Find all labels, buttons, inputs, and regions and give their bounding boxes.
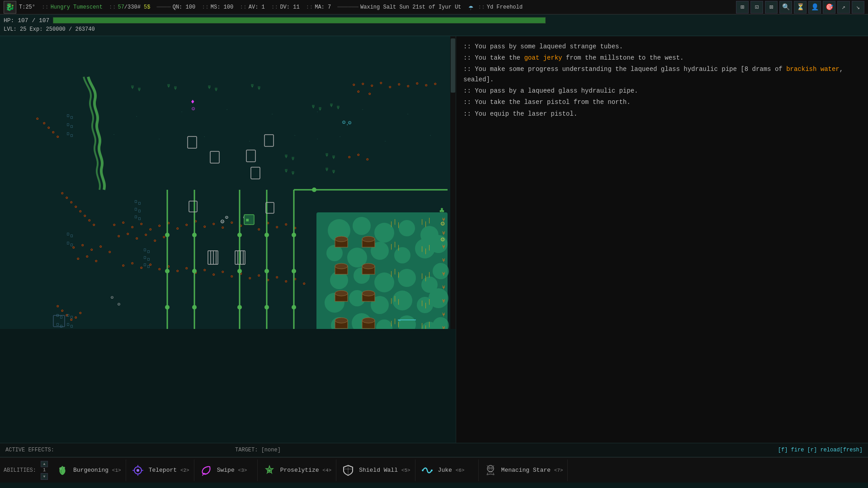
game-map: ✿✿✿ ✿✿✿ ✿✿✿ ✿✿✿ ✿✿✿ ✿✿✿ ✿✿✿ ✿✿✿ ✿✿✿ ✿✿✿ … xyxy=(0,36,456,329)
teleport-icon xyxy=(131,463,145,478)
svg-text:✿: ✿ xyxy=(176,226,179,230)
log-line-4: :: You pass by a la­que­ed glass hydraul… xyxy=(463,86,861,96)
ability-shield-wall[interactable]: Shield Wall <5> xyxy=(336,460,415,481)
svg-text:✿: ✿ xyxy=(81,243,84,247)
abilities-bar: ABILITIES: ▲ 1 ▼ Burgeoning <1> xyxy=(0,457,868,483)
svg-text:ψ: ψ xyxy=(285,168,288,173)
svg-text:✿: ✿ xyxy=(158,267,161,271)
svg-text:✿: ✿ xyxy=(86,254,89,258)
active-effects-bar: ACTIVE EFFECTS: TARGET: [none] [f] fire … xyxy=(0,443,868,457)
icon-btn-3[interactable]: ⊠ xyxy=(765,1,778,14)
svg-point-108 xyxy=(264,305,269,310)
abilities-nav: ▲ 1 ▼ xyxy=(40,460,49,480)
icon-btn-timer[interactable]: ⏳ xyxy=(794,1,807,14)
svg-text:ψ: ψ xyxy=(332,154,335,159)
sep4: :: xyxy=(240,4,247,10)
dv-stat: DV: 11 xyxy=(280,4,299,10)
svg-text:✿: ✿ xyxy=(77,256,80,261)
svg-text:ψ: ψ xyxy=(258,85,260,90)
svg-text:✿: ✿ xyxy=(136,236,138,240)
ability-teleport[interactable]: Teleport <2> xyxy=(126,460,194,481)
target-info: TARGET: [none] xyxy=(235,447,281,453)
ability-burgeoning[interactable]: Burgeoning <1> xyxy=(51,460,126,481)
svg-text:ψ: ψ xyxy=(131,84,134,89)
abilities-nav-up[interactable]: ▲ xyxy=(41,461,48,468)
icon-btn-1[interactable]: ⊞ xyxy=(736,1,749,14)
fire-hint: [f] fire xyxy=(778,447,804,453)
svg-text:✿: ✿ xyxy=(258,273,260,277)
svg-text:|: | xyxy=(420,219,424,225)
ability-menacing-stare[interactable]: Menacing Stare <7> xyxy=(479,460,568,481)
svg-text:|: | xyxy=(424,221,427,227)
svg-point-186 xyxy=(362,263,375,269)
svg-text:♣: ♣ xyxy=(439,206,444,215)
svg-point-173 xyxy=(429,288,448,308)
svg-text:|: | xyxy=(420,273,424,279)
svg-rect-329 xyxy=(451,38,455,93)
hp-bar-outer xyxy=(53,17,546,23)
temperature-stat: T:25° xyxy=(19,4,35,10)
svg-text:✿: ✿ xyxy=(212,272,215,277)
svg-text:□: □ xyxy=(71,324,73,328)
game-viewport[interactable]: ✿✿✿ ✿✿✿ ✿✿✿ ✿✿✿ ✿✿✿ ✿✿✿ ✿✿✿ ✿✿✿ ✿✿✿ ✿✿✿ … xyxy=(0,36,456,329)
svg-text:✿: ✿ xyxy=(140,265,143,270)
svg-text:✿: ✿ xyxy=(127,231,129,236)
svg-text:·: · xyxy=(226,108,228,112)
av-stat: AV: 1 xyxy=(249,4,265,10)
svg-text:□: □ xyxy=(138,216,141,221)
svg-text:·: · xyxy=(429,134,431,137)
abilities-nav-down[interactable]: ▼ xyxy=(41,473,48,480)
svg-text:□: □ xyxy=(135,215,137,219)
svg-text:|: | xyxy=(397,272,400,278)
svg-text:✿: ✿ xyxy=(222,225,224,230)
ability-swipe[interactable]: Swipe <3> xyxy=(194,460,258,481)
proselytize-icon: ♥ xyxy=(262,463,277,478)
svg-text:✿: ✿ xyxy=(79,209,82,213)
svg-text:✿: ✿ xyxy=(357,89,360,94)
svg-point-97 xyxy=(165,233,170,237)
svg-text:✿: ✿ xyxy=(108,249,111,254)
main-content: ✿✿✿ ✿✿✿ ✿✿✿ ✿✿✿ ✿✿✿ ✿✿✿ ✿✿✿ ✿✿✿ ✿✿✿ ✿✿✿ … xyxy=(0,36,868,443)
svg-text:✿: ✿ xyxy=(140,221,143,226)
svg-text:→: → xyxy=(398,318,401,323)
sep-hp: ──── xyxy=(156,4,170,10)
svg-point-177 xyxy=(335,236,348,242)
svg-point-147 xyxy=(353,217,371,235)
svg-point-103 xyxy=(237,233,242,237)
ability-juke[interactable]: Juke <6> xyxy=(415,460,479,481)
sep8: :: xyxy=(478,4,485,10)
icon-btn-arrow2[interactable]: ↘ xyxy=(852,1,864,14)
svg-text:✿: ✿ xyxy=(353,82,355,87)
icon-btn-character[interactable]: 👤 xyxy=(808,1,821,14)
toolbar-icons: ⊞ ⊡ ⊠ 🔍 ⏳ 👤 🎯 ↗ ↘ xyxy=(736,1,864,14)
svg-point-172 xyxy=(433,263,449,279)
svg-text:✿: ✿ xyxy=(154,238,156,243)
svg-text:|: | xyxy=(390,221,393,227)
svg-text:□: □ xyxy=(57,322,59,326)
ability-proselytize[interactable]: ♥ Proselytize <4> xyxy=(258,460,336,481)
svg-text:✿: ✿ xyxy=(149,262,152,267)
qn-stat: QN: 100 xyxy=(173,4,195,10)
svg-text:ψ: ψ xyxy=(332,169,335,174)
location-stat: Waxing Salt Sun 21st of Iyur Ut xyxy=(360,4,461,10)
shield-wall-label: Shield Wall <5> xyxy=(359,467,410,474)
svg-point-111 xyxy=(292,305,296,310)
svg-text:□: □ xyxy=(67,113,69,117)
svg-text:✿: ✿ xyxy=(122,220,125,225)
svg-text:|: | xyxy=(390,298,393,304)
svg-point-102 xyxy=(192,305,197,310)
svg-text:✿: ✿ xyxy=(95,258,98,263)
svg-text:✿: ✿ xyxy=(66,195,68,200)
sep1: :: xyxy=(42,4,49,10)
svg-point-189 xyxy=(335,291,348,296)
svg-text:¥: ¥ xyxy=(442,298,445,304)
icon-btn-target[interactable]: 🎯 xyxy=(823,1,835,14)
icon-btn-arrow1[interactable]: ↗ xyxy=(837,1,850,14)
log-panel: :: You pass by some la­que­ed strange tu… xyxy=(456,36,868,443)
icon-btn-2[interactable]: ⊡ xyxy=(750,1,763,14)
svg-text:☺: ☺ xyxy=(342,119,345,126)
svg-text:|: | xyxy=(428,244,431,251)
svg-text:✿: ✿ xyxy=(416,81,419,85)
svg-text:✿: ✿ xyxy=(389,84,392,89)
icon-btn-search[interactable]: 🔍 xyxy=(779,1,792,14)
